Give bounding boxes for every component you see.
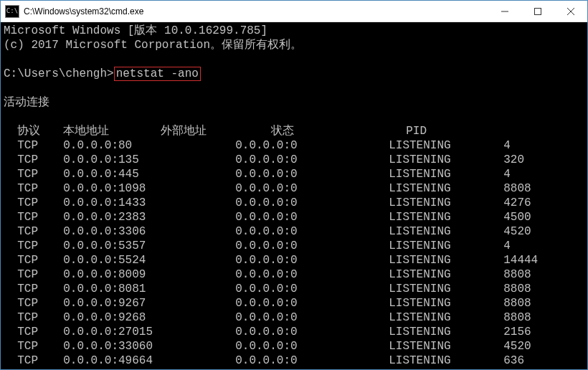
header-foreign: 外部地址 — [161, 124, 271, 138]
cell-state: LISTENING — [389, 267, 503, 282]
cell-proto: TCP — [17, 224, 63, 239]
cell-proto: TCP — [17, 325, 63, 339]
cell-local: 0.0.0.0:80 — [63, 138, 235, 153]
minimize-button[interactable] — [488, 1, 521, 22]
table-row: TCP0.0.0.0:53570.0.0.0:0LISTENING4 — [4, 239, 584, 253]
cell-foreign: 0.0.0.0:0 — [235, 339, 389, 354]
cell-pid: 4520 — [503, 339, 531, 354]
cell-foreign: 0.0.0.0:0 — [235, 224, 389, 239]
cell-foreign: 0.0.0.0:0 — [235, 310, 389, 325]
cell-state: LISTENING — [389, 239, 503, 253]
window-title: C:\Windows\system32\cmd.exe — [24, 6, 488, 16]
cell-pid: 8808 — [503, 267, 531, 282]
cell-state: LISTENING — [389, 354, 503, 368]
cell-proto: TCP — [17, 282, 63, 296]
cell-proto: TCP — [17, 239, 63, 253]
table-row: TCP0.0.0.0:33060.0.0.0:0LISTENING4520 — [4, 224, 584, 239]
cell-state: LISTENING — [389, 138, 503, 153]
svg-rect-1 — [535, 8, 541, 14]
cell-pid: 4520 — [503, 224, 531, 239]
header-state: 状态 — [271, 124, 406, 138]
cmd-icon-glyph: C:\ — [6, 8, 18, 14]
maximize-button[interactable] — [521, 1, 554, 22]
command-highlight: netstat -ano — [114, 67, 201, 81]
cell-proto: TCP — [17, 167, 63, 181]
table-row: TCP0.0.0.0:14330.0.0.0:0LISTENING4276 — [4, 196, 584, 210]
cell-local: 0.0.0.0:33060 — [63, 339, 235, 354]
cell-state: LISTENING — [389, 153, 503, 167]
cell-local: 0.0.0.0:9267 — [63, 296, 235, 310]
table-row: TCP0.0.0.0:23830.0.0.0:0LISTENING4500 — [4, 210, 584, 224]
terminal-output[interactable]: Microsoft Windows [版本 10.0.16299.785] (c… — [1, 22, 587, 369]
cell-local: 0.0.0.0:135 — [63, 153, 235, 167]
cell-local: 0.0.0.0:3306 — [63, 224, 235, 239]
cell-proto: TCP — [17, 153, 63, 167]
cell-foreign: 0.0.0.0:0 — [235, 253, 389, 267]
cell-pid: 320 — [503, 153, 524, 167]
cell-pid: 8808 — [503, 296, 531, 310]
cell-state: LISTENING — [389, 339, 503, 354]
table-row: TCP0.0.0.0:4450.0.0.0:0LISTENING4 — [4, 167, 584, 181]
section-title: 活动连接 — [4, 96, 49, 109]
cmd-icon: C:\ — [5, 5, 19, 18]
cell-foreign: 0.0.0.0:0 — [235, 354, 389, 368]
cell-state: LISTENING — [389, 310, 503, 325]
cell-foreign: 0.0.0.0:0 — [235, 267, 389, 282]
cell-foreign: 0.0.0.0:0 — [235, 296, 389, 310]
cell-local: 0.0.0.0:1098 — [63, 181, 235, 196]
table-row: TCP0.0.0.0:92670.0.0.0:0LISTENING8808 — [4, 296, 584, 310]
titlebar[interactable]: C:\ C:\Windows\system32\cmd.exe — [1, 1, 587, 22]
command-text: netstat -ano — [116, 67, 199, 80]
cell-proto: TCP — [17, 310, 63, 325]
cell-pid: 14444 — [503, 253, 538, 267]
cell-proto: TCP — [17, 196, 63, 210]
table-row: TCP0.0.0.0:92680.0.0.0:0LISTENING8808 — [4, 310, 584, 325]
cell-pid: 636 — [503, 354, 524, 368]
cell-local: 0.0.0.0:9268 — [63, 310, 235, 325]
cell-proto: TCP — [17, 354, 63, 368]
table-row: TCP0.0.0.0:55240.0.0.0:0LISTENING14444 — [4, 253, 584, 267]
cell-local: 0.0.0.0:2383 — [63, 210, 235, 224]
cell-pid: 2156 — [503, 325, 531, 339]
cell-local: 0.0.0.0:1433 — [63, 196, 235, 210]
cell-foreign: 0.0.0.0:0 — [235, 181, 389, 196]
prompt-path: C:\Users\chengh> — [4, 67, 114, 80]
cell-state: LISTENING — [389, 167, 503, 181]
header-pid: PID — [406, 124, 427, 138]
table-row: TCP0.0.0.0:80090.0.0.0:0LISTENING8808 — [4, 267, 584, 282]
cell-pid: 8808 — [503, 181, 531, 196]
banner-line-2: (c) 2017 Microsoft Corporation。保留所有权利。 — [4, 39, 302, 52]
cell-foreign: 0.0.0.0:0 — [235, 210, 389, 224]
cell-state: LISTENING — [389, 210, 503, 224]
cell-proto: TCP — [17, 181, 63, 196]
cell-proto: TCP — [17, 296, 63, 310]
banner-line-1: Microsoft Windows [版本 10.0.16299.785] — [4, 24, 267, 37]
cell-state: LISTENING — [389, 296, 503, 310]
table-row: TCP0.0.0.0:496640.0.0.0:0LISTENING636 — [4, 354, 584, 368]
header-proto: 协议 — [17, 124, 63, 138]
cell-pid: 4 — [503, 167, 511, 181]
cell-pid: 4 — [503, 138, 511, 153]
header-local: 本地地址 — [63, 124, 161, 138]
cell-local: 0.0.0.0:27015 — [63, 325, 235, 339]
cell-proto: TCP — [17, 267, 63, 282]
cell-pid: 8808 — [503, 310, 531, 325]
cell-foreign: 0.0.0.0:0 — [235, 153, 389, 167]
close-button[interactable] — [554, 1, 587, 22]
table-row: TCP0.0.0.0:10980.0.0.0:0LISTENING8808 — [4, 181, 584, 196]
cell-state: LISTENING — [389, 196, 503, 210]
table-row: TCP0.0.0.0:270150.0.0.0:0LISTENING2156 — [4, 325, 584, 339]
table-row: TCP0.0.0.0:80810.0.0.0:0LISTENING8808 — [4, 282, 584, 296]
cell-local: 0.0.0.0:8009 — [63, 267, 235, 282]
cell-proto: TCP — [17, 138, 63, 153]
cell-pid: 4500 — [503, 210, 531, 224]
table-row: TCP0.0.0.0:800.0.0.0:0LISTENING4 — [4, 138, 584, 153]
cell-state: LISTENING — [389, 282, 503, 296]
cmd-window: C:\ C:\Windows\system32\cmd.exe Microsof… — [0, 0, 588, 370]
cell-foreign: 0.0.0.0:0 — [235, 196, 389, 210]
cell-state: LISTENING — [389, 181, 503, 196]
cell-foreign: 0.0.0.0:0 — [235, 325, 389, 339]
window-controls — [488, 1, 587, 22]
cell-proto: TCP — [17, 210, 63, 224]
cell-proto: TCP — [17, 339, 63, 354]
